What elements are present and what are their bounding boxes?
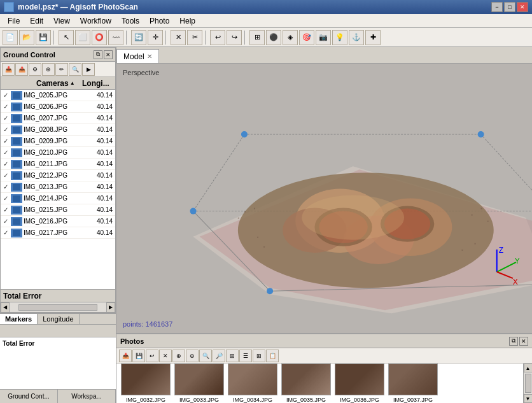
camera-checkbox[interactable]: ✓ xyxy=(1,103,11,110)
longitude-tab[interactable]: Longitude xyxy=(38,314,79,324)
camera-row[interactable]: ✓ IMG_0213.JPG 40.14 xyxy=(1,181,115,193)
light-button[interactable]: 💡 xyxy=(332,30,347,45)
photos-zoom-in[interactable]: 🔍 xyxy=(199,350,212,362)
photos-add-button[interactable]: ⊕ xyxy=(172,350,185,362)
menu-help[interactable]: Help xyxy=(174,14,200,27)
rect-select-button[interactable]: ⬜ xyxy=(75,30,90,45)
camera-row[interactable]: ✓ IMG_0211.JPG 40.14 xyxy=(1,159,115,170)
photo-item[interactable]: IMG_0032.JPG xyxy=(120,364,171,403)
photos-export-button[interactable]: 💾 xyxy=(132,350,145,362)
mesh-button[interactable]: ◈ xyxy=(283,30,298,45)
photo-thumbnail[interactable] xyxy=(388,364,438,395)
photos-more2-button[interactable]: 📋 xyxy=(266,350,279,362)
model-tab[interactable]: Model ✕ xyxy=(116,49,159,63)
save-button[interactable]: 💾 xyxy=(36,30,51,45)
photo-thumbnail[interactable] xyxy=(228,364,277,395)
camera-checkbox[interactable]: ✓ xyxy=(1,138,11,145)
gc-float-button[interactable]: ⧉ xyxy=(94,50,102,59)
gc-close-button[interactable]: ✕ xyxy=(104,50,113,59)
menu-workflow[interactable]: Workflow xyxy=(75,14,116,27)
camera-row[interactable]: ✓ IMG_0217.JPG 40.14 xyxy=(1,227,115,239)
new-button[interactable]: 📄 xyxy=(3,30,18,45)
photos-more1-button[interactable]: ⊞ xyxy=(253,350,265,362)
gc-marker-button[interactable]: ⊕ xyxy=(42,63,55,76)
camera-checkbox[interactable]: ✓ xyxy=(1,160,11,167)
photos-scroll-down[interactable]: ▼ xyxy=(524,394,533,403)
open-button[interactable]: 📂 xyxy=(19,30,34,45)
sphere-button[interactable]: ⚫ xyxy=(266,30,281,45)
menu-edit[interactable]: Edit xyxy=(25,14,48,27)
camera-checkbox[interactable]: ✓ xyxy=(1,218,11,225)
workspace-tab[interactable]: Workspa... xyxy=(58,390,116,403)
longitude-column-header[interactable]: Longi... xyxy=(82,79,114,88)
photo-thumbnail[interactable] xyxy=(174,364,224,395)
gc-scrollbar[interactable]: ◀ ▶ xyxy=(1,302,115,312)
photos-float-button[interactable]: ⧉ xyxy=(509,337,518,346)
photos-scroll-track[interactable] xyxy=(525,374,531,393)
photo-item[interactable]: IMG_0037.JPG xyxy=(388,364,438,403)
camera-checkbox[interactable]: ✓ xyxy=(1,195,11,202)
select-button[interactable]: ↖ xyxy=(59,30,74,45)
camera-checkbox[interactable]: ✓ xyxy=(1,183,11,190)
gc-scroll-left[interactable]: ◀ xyxy=(1,302,10,313)
camera-toggle[interactable]: 📷 xyxy=(316,30,331,45)
camera-checkbox[interactable]: ✓ xyxy=(1,149,11,156)
cameras-column-header[interactable]: Cameras ▲ xyxy=(24,79,82,88)
photos-delete-button[interactable]: ✕ xyxy=(159,350,172,362)
menu-file[interactable]: File xyxy=(3,14,25,27)
photos-scrollbar[interactable]: ▲ ▼ xyxy=(523,364,532,403)
camera-checkbox[interactable]: ✓ xyxy=(1,126,11,133)
camera-row[interactable]: ✓ IMG_0215.JPG 40.14 xyxy=(1,204,115,216)
circle-select-button[interactable]: ⭕ xyxy=(92,30,107,45)
camera-checkbox[interactable]: ✓ xyxy=(1,172,11,179)
photo-item[interactable]: IMG_0034.JPG xyxy=(227,364,278,403)
photos-import-button[interactable]: 📥 xyxy=(119,350,132,362)
gc-scroll-right[interactable]: ▶ xyxy=(106,302,115,313)
move3d-button[interactable]: ✚ xyxy=(365,30,381,45)
photo-thumbnail[interactable] xyxy=(335,364,384,395)
tab-close-icon[interactable]: ✕ xyxy=(147,53,152,60)
menu-tools[interactable]: Tools xyxy=(116,14,144,27)
gc-more-button[interactable]: ▶ xyxy=(82,63,95,76)
photos-grid-button[interactable]: ⊞ xyxy=(226,350,239,362)
menu-view[interactable]: View xyxy=(48,14,75,27)
gc-edit-button[interactable]: ✏ xyxy=(55,63,68,76)
camera-row[interactable]: ✓ IMG_0206.JPG 40.14 xyxy=(1,101,115,113)
gc-scroll-track[interactable] xyxy=(18,304,97,311)
camera-row[interactable]: ✓ IMG_0208.JPG 40.14 xyxy=(1,124,115,136)
photos-remove-button[interactable]: ⊖ xyxy=(186,350,199,362)
texture-button[interactable]: 🎯 xyxy=(299,30,314,45)
photos-filter-button[interactable]: ☰ xyxy=(239,350,252,362)
minimize-button[interactable]: − xyxy=(491,2,503,12)
camera-checkbox[interactable]: ✓ xyxy=(1,229,11,236)
camera-row[interactable]: ✓ IMG_0214.JPG 40.14 xyxy=(1,193,115,204)
anchor-button[interactable]: ⚓ xyxy=(349,30,364,45)
gc-settings-button[interactable]: ⚙ xyxy=(29,63,41,76)
camera-row[interactable]: ✓ IMG_0212.JPG 40.14 xyxy=(1,170,115,181)
free-select-button[interactable]: 〰 xyxy=(108,30,123,45)
photos-scroll-up[interactable]: ▲ xyxy=(524,364,533,372)
markers-tab[interactable]: Markers xyxy=(0,314,38,324)
photo-thumbnail[interactable] xyxy=(281,364,331,395)
photo-item[interactable]: IMG_0036.JPG xyxy=(334,364,385,403)
move-button[interactable]: ✛ xyxy=(148,30,163,45)
redo-button[interactable]: ↪ xyxy=(227,30,242,45)
photo-thumbnail[interactable] xyxy=(121,364,171,395)
menu-photo[interactable]: Photo xyxy=(144,14,174,27)
camera-checkbox[interactable]: ✓ xyxy=(1,115,11,122)
gc-export-button[interactable]: 📤 xyxy=(15,63,28,76)
camera-row[interactable]: ✓ IMG_0207.JPG 40.14 xyxy=(1,113,115,124)
camera-row[interactable]: ✓ IMG_0209.JPG 40.14 xyxy=(1,136,115,147)
gc-zoom-button[interactable]: 🔍 xyxy=(69,63,81,76)
maximize-button[interactable]: □ xyxy=(504,2,515,12)
photo-item[interactable]: IMG_0035.JPG xyxy=(281,364,332,403)
photos-zoom-out[interactable]: 🔎 xyxy=(213,350,225,362)
photos-undo-button[interactable]: ↩ xyxy=(146,350,158,362)
cut-button[interactable]: ✂ xyxy=(187,30,202,45)
delete-button[interactable]: ✕ xyxy=(171,30,186,45)
photo-item[interactable]: IMG_0033.JPG xyxy=(174,364,225,403)
camera-row[interactable]: ✓ IMG_0205.JPG 40.14 xyxy=(1,90,115,101)
ground-cont-tab[interactable]: Ground Cont... xyxy=(0,390,58,403)
rotate-button[interactable]: 🔄 xyxy=(131,30,146,45)
close-button[interactable]: ✕ xyxy=(517,2,528,12)
